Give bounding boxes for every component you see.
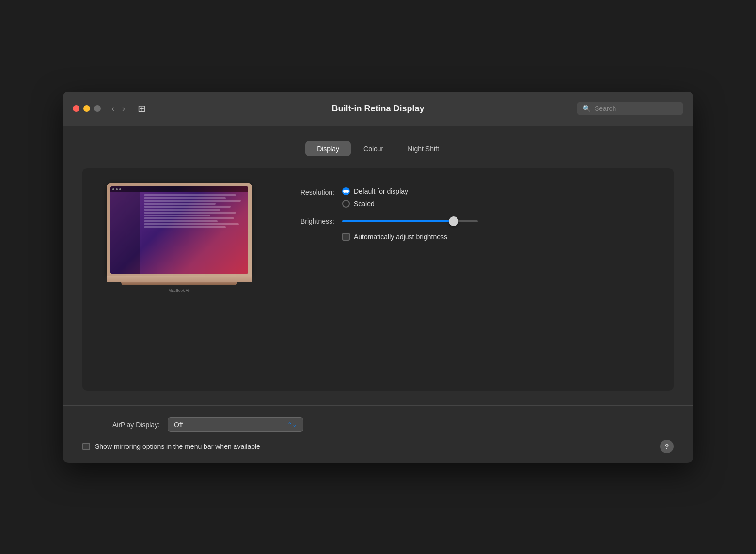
resolution-default-radio[interactable] [342, 187, 350, 195]
auto-brightness-label: Automatically adjust brightness [354, 233, 447, 241]
search-input[interactable] [595, 105, 677, 112]
resolution-label: Resolution: [281, 187, 334, 196]
resolution-default-label: Default for display [354, 187, 408, 195]
airplay-value: Off [174, 421, 183, 429]
tab-night-shift[interactable]: Night Shift [396, 141, 451, 156]
macbook-label: MacBook Air [107, 288, 252, 292]
brightness-slider-fill [342, 220, 454, 222]
search-box[interactable]: 🔍 [577, 102, 683, 115]
brightness-slider-thumb[interactable] [449, 216, 458, 226]
settings-panel: Resolution: Default for display Scaled [281, 183, 659, 241]
tab-bar: Display Colour Night Shift [82, 141, 674, 156]
close-button[interactable] [73, 105, 79, 112]
minimize-button[interactable] [83, 105, 90, 112]
laptop-base [107, 276, 252, 282]
resolution-scaled-radio[interactable] [342, 200, 350, 208]
forward-button[interactable]: › [119, 102, 128, 116]
laptop-preview: MacBook Air [97, 183, 262, 292]
help-button[interactable]: ? [660, 440, 674, 453]
mirroring-checkbox[interactable] [82, 443, 90, 450]
titlebar: ‹ › ⊞ Built-in Retina Display 🔍 [63, 92, 693, 126]
window-title: Built-in Retina Display [331, 104, 424, 114]
dropdown-arrows-icon: ⌃⌄ [287, 421, 297, 428]
airplay-row: AirPlay Display: Off ⌃⌄ [82, 417, 674, 432]
content-area: Display Colour Night Shift [63, 126, 693, 405]
airplay-dropdown[interactable]: Off ⌃⌄ [168, 417, 303, 432]
auto-brightness-row: Automatically adjust brightness [342, 233, 659, 241]
divider [63, 405, 693, 406]
brightness-row: Brightness: [281, 217, 659, 225]
system-preferences-window: ‹ › ⊞ Built-in Retina Display 🔍 Display … [63, 92, 693, 463]
grid-view-button[interactable]: ⊞ [134, 101, 150, 116]
main-panel: MacBook Air Resolution: Default for disp… [82, 168, 674, 391]
traffic-lights [73, 105, 101, 112]
search-icon: 🔍 [583, 105, 591, 112]
tab-display[interactable]: Display [305, 141, 351, 156]
brightness-label: Brightness: [281, 217, 334, 225]
laptop-screen [110, 186, 248, 274]
back-button[interactable]: ‹ [109, 102, 117, 116]
bottom-section: AirPlay Display: Off ⌃⌄ Show mirroring o… [63, 408, 693, 463]
maximize-button[interactable] [94, 105, 101, 112]
mirroring-label: Show mirroring options in the menu bar w… [95, 443, 260, 450]
mirroring-row: Show mirroring options in the menu bar w… [82, 440, 674, 453]
resolution-row: Resolution: Default for display Scaled [281, 187, 659, 208]
resolution-scaled-option[interactable]: Scaled [342, 200, 408, 208]
resolution-default-option[interactable]: Default for display [342, 187, 408, 195]
resolution-scaled-label: Scaled [354, 200, 375, 208]
brightness-slider-track[interactable] [342, 220, 478, 222]
auto-brightness-checkbox[interactable] [342, 233, 350, 241]
laptop-screen-outer [107, 183, 252, 276]
resolution-controls: Default for display Scaled [342, 187, 408, 208]
tab-colour[interactable]: Colour [352, 141, 395, 156]
nav-buttons: ‹ › [109, 102, 128, 116]
brightness-slider-container[interactable] [342, 220, 478, 222]
airplay-label: AirPlay Display: [82, 421, 160, 429]
